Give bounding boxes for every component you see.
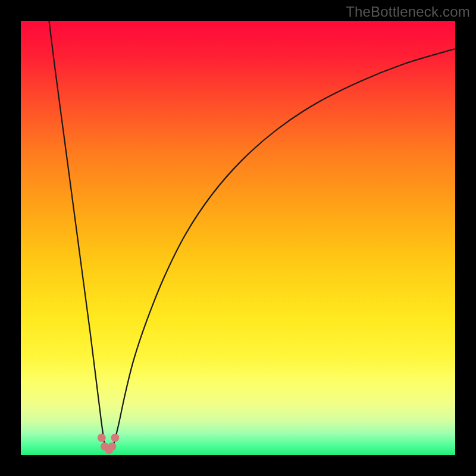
minimum-marker: [108, 442, 116, 450]
chart-frame: TheBottleneck.com: [0, 0, 476, 476]
watermark-text: TheBottleneck.com: [346, 4, 470, 20]
minimum-markers: [98, 434, 120, 454]
curve-left-branch: [49, 21, 105, 449]
curve-right-branch: [112, 49, 455, 449]
curve-layer: [21, 21, 455, 455]
plot-area: [21, 21, 455, 455]
minimum-marker: [98, 434, 106, 442]
minimum-marker: [111, 434, 119, 442]
